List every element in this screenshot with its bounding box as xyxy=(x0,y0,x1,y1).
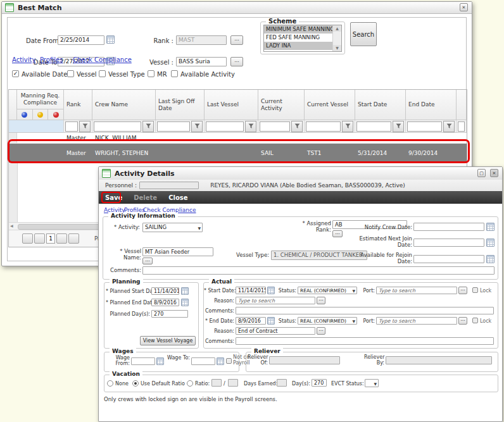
pager-next-button[interactable] xyxy=(56,233,67,244)
filter-cell-crew-name[interactable] xyxy=(92,120,156,133)
close-button[interactable]: Close xyxy=(168,194,187,201)
calendar-icon[interactable] xyxy=(217,357,224,365)
close-icon[interactable]: ✕ xyxy=(460,3,468,11)
close-icon[interactable]: ✕ xyxy=(490,169,498,177)
filter-cell-manning[interactable] xyxy=(9,120,64,133)
pager-current-page[interactable]: 1 xyxy=(46,233,55,244)
filter-funnel-icon[interactable] xyxy=(342,121,353,132)
start-port-lookup-button[interactable]: ... xyxy=(458,287,467,294)
activity-select[interactable]: SAILING xyxy=(142,223,203,232)
maximize-icon[interactable]: ▢ xyxy=(477,169,486,177)
column-header-last-vessel[interactable]: Last Vessel xyxy=(205,90,258,120)
delete-button[interactable]: Delete xyxy=(134,194,157,201)
filter-funnel-icon[interactable] xyxy=(393,121,404,132)
manning-dot-red-cell[interactable] xyxy=(48,109,63,120)
evct-status-select[interactable] xyxy=(365,379,379,387)
filter-input[interactable] xyxy=(306,121,341,132)
calendar-icon[interactable] xyxy=(486,239,495,247)
wage-to-input[interactable] xyxy=(191,357,215,365)
filter-input[interactable] xyxy=(260,121,290,132)
days-earned-input[interactable] xyxy=(277,379,287,387)
filter-input[interactable] xyxy=(407,121,442,132)
manning-dot-yellow-cell[interactable] xyxy=(33,109,49,120)
pager-last-button[interactable] xyxy=(68,233,79,244)
wage-from-input[interactable] xyxy=(131,357,155,365)
vessel-input[interactable]: BASS Suria xyxy=(176,57,227,66)
filter-cell-last-vessel[interactable] xyxy=(205,120,258,133)
mr-checkbox[interactable] xyxy=(148,70,154,77)
row-selector-cell[interactable] xyxy=(9,144,17,163)
vessel-name-lookup-button[interactable]: ... xyxy=(142,258,153,264)
notify-crew-date-input[interactable] xyxy=(413,223,484,231)
ratio-numerator-input[interactable] xyxy=(211,379,222,387)
calendar-icon[interactable] xyxy=(486,255,495,263)
use-default-ratio-radio[interactable] xyxy=(132,380,139,387)
pager-prev-button[interactable] xyxy=(34,233,45,244)
planned-days-input[interactable]: 270 xyxy=(151,310,188,318)
column-header-start-date[interactable]: Start Date xyxy=(355,90,406,120)
scheme-option[interactable]: LADY INA xyxy=(264,42,333,50)
column-header-end-date[interactable]: End Date xyxy=(406,90,457,120)
vessel-type-checkbox[interactable] xyxy=(99,70,106,77)
table-row[interactable]: Master NICK, WILLIAM xyxy=(9,133,467,144)
filter-funnel-icon[interactable] xyxy=(443,121,455,132)
start-reason-lookup-button[interactable]: ... xyxy=(317,297,325,304)
calendar-icon[interactable] xyxy=(181,287,189,295)
end-date-input[interactable]: 8/9/2016 xyxy=(236,317,266,325)
save-button[interactable]: Save xyxy=(105,194,122,201)
calendar-icon[interactable] xyxy=(156,357,164,365)
start-port-input[interactable]: Type to search xyxy=(376,287,457,294)
comments-input[interactable] xyxy=(142,266,495,275)
column-header-manning-req-compliance[interactable]: Manning Req. Compliance xyxy=(17,90,64,120)
search-button[interactable]: Search xyxy=(350,22,377,46)
end-lock-checkbox[interactable] xyxy=(472,318,478,323)
filter-cell-last-sign-off[interactable] xyxy=(156,120,205,133)
tab-profiles[interactable]: Profiles xyxy=(40,56,63,63)
vacation-none-radio[interactable] xyxy=(107,380,113,387)
start-comments-input[interactable] xyxy=(236,307,494,314)
vessel-name-input[interactable]: MT Asian Feeder xyxy=(142,247,213,256)
not-on-payroll-checkbox[interactable] xyxy=(226,358,232,364)
days-input[interactable]: 270 xyxy=(312,379,327,387)
start-date-input[interactable]: 11/14/2015 xyxy=(236,287,266,294)
calendar-icon[interactable] xyxy=(106,35,115,44)
ratio-radio[interactable] xyxy=(187,380,193,387)
view-vessel-voyage-button[interactable]: View Vessel Voyage xyxy=(140,336,196,345)
scroll-down-icon[interactable]: ▼ xyxy=(333,45,341,51)
filter-input[interactable] xyxy=(65,121,78,132)
best-match-titlebar[interactable]: Best Match ✕ xyxy=(2,2,472,14)
dialog-titlebar[interactable]: Activity Details ▢ ✕ xyxy=(99,167,502,180)
calendar-icon[interactable] xyxy=(486,223,495,231)
filter-cell-end-date[interactable] xyxy=(406,120,457,133)
filter-cell-start-date[interactable] xyxy=(355,120,406,133)
filter-cell-current-vessel[interactable] xyxy=(305,120,355,133)
filter-input[interactable] xyxy=(458,121,465,132)
vessel-lookup-button[interactable]: ... xyxy=(230,57,243,66)
filter-funnel-icon[interactable] xyxy=(79,121,91,132)
filter-input[interactable] xyxy=(206,121,244,132)
column-header-rank[interactable]: Rank xyxy=(64,90,92,120)
filter-cell-current-activity[interactable] xyxy=(258,120,305,133)
tab-activity[interactable]: Activity xyxy=(12,56,35,63)
ratio-denominator-input[interactable] xyxy=(228,379,238,387)
end-comments-input[interactable] xyxy=(236,337,494,345)
calendar-icon[interactable] xyxy=(267,287,275,294)
end-reason-lookup-button[interactable]: ... xyxy=(317,327,325,335)
end-port-input[interactable]: Type to search xyxy=(376,317,457,325)
date-from-input[interactable]: 2/25/2014 xyxy=(58,35,104,45)
available-rejoin-input[interactable] xyxy=(413,255,484,263)
column-header-last-sign-off-date[interactable]: Last Sign Off Date xyxy=(156,90,205,120)
scheme-listbox[interactable]: MINIMUM SAFE MANNING FED SAFE MANNING LA… xyxy=(263,25,342,52)
row-selector-cell[interactable] xyxy=(9,133,17,143)
scheme-scrollbar[interactable]: ▲ ▼ xyxy=(332,25,341,51)
planned-end-date-input[interactable]: 8/9/2016 xyxy=(151,299,179,306)
column-header-current-vessel[interactable]: Current Vessel xyxy=(305,90,355,120)
manning-dot-blue-cell[interactable] xyxy=(17,109,33,120)
available-date-checkbox[interactable] xyxy=(12,70,19,77)
calendar-icon[interactable] xyxy=(181,299,189,306)
filter-cell-rank[interactable] xyxy=(64,120,92,133)
filter-funnel-icon[interactable] xyxy=(291,121,303,132)
filter-input[interactable] xyxy=(356,121,391,132)
rank-lookup-button[interactable]: ... xyxy=(230,35,243,45)
pager-first-button[interactable] xyxy=(22,233,33,244)
